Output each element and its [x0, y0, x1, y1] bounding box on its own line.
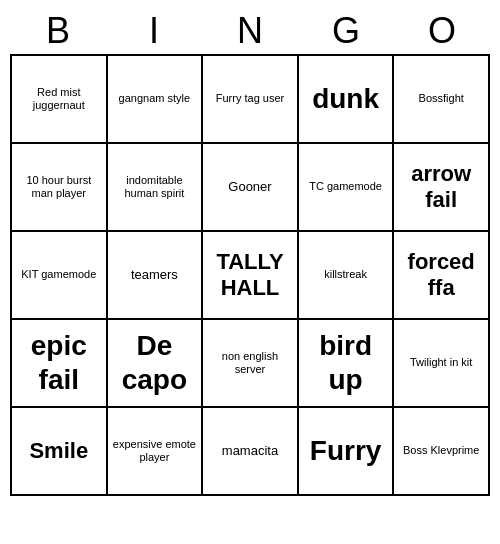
cell-text: dunk	[312, 82, 379, 116]
cell-text: KIT gamemode	[21, 268, 96, 281]
cell-text: Furry tag user	[216, 92, 284, 105]
header-letter: O	[394, 10, 490, 52]
bingo-cell: gangnam style	[108, 56, 204, 144]
header-letter: I	[106, 10, 202, 52]
cell-text: 10 hour burst man player	[16, 174, 102, 200]
bingo-cell: non english server	[203, 320, 299, 408]
cell-text: TALLY HALL	[207, 249, 293, 302]
cell-text: indomitable human spirit	[112, 174, 198, 200]
bingo-cell: bird up	[299, 320, 395, 408]
bingo-header: BINGO	[10, 10, 490, 52]
bingo-cell: KIT gamemode	[12, 232, 108, 320]
cell-text: Smile	[29, 438, 88, 464]
cell-text: mamacita	[222, 443, 278, 459]
bingo-grid: Red mist juggernautgangnam styleFurry ta…	[10, 54, 490, 496]
header-letter: B	[10, 10, 106, 52]
bingo-cell: Smile	[12, 408, 108, 496]
bingo-cell: dunk	[299, 56, 395, 144]
bingo-cell: indomitable human spirit	[108, 144, 204, 232]
bingo-cell: mamacita	[203, 408, 299, 496]
cell-text: teamers	[131, 267, 178, 283]
bingo-board: BINGO Red mist juggernautgangnam styleFu…	[10, 10, 490, 496]
cell-text: Red mist juggernaut	[16, 86, 102, 112]
bingo-cell: Bossfight	[394, 56, 490, 144]
bingo-cell: Furry	[299, 408, 395, 496]
bingo-cell: expensive emote player	[108, 408, 204, 496]
bingo-cell: arrow fail	[394, 144, 490, 232]
bingo-cell: killstreak	[299, 232, 395, 320]
cell-text: bird up	[303, 329, 389, 396]
bingo-cell: Boss Klevprime	[394, 408, 490, 496]
cell-text: epic fail	[16, 329, 102, 396]
cell-text: forced ffa	[398, 249, 484, 302]
bingo-cell: Gooner	[203, 144, 299, 232]
bingo-cell: TALLY HALL	[203, 232, 299, 320]
cell-text: Boss Klevprime	[403, 444, 479, 457]
cell-text: gangnam style	[119, 92, 191, 105]
cell-text: non english server	[207, 350, 293, 376]
bingo-cell: TC gamemode	[299, 144, 395, 232]
cell-text: TC gamemode	[309, 180, 382, 193]
bingo-cell: forced ffa	[394, 232, 490, 320]
bingo-cell: Red mist juggernaut	[12, 56, 108, 144]
cell-text: killstreak	[324, 268, 367, 281]
bingo-cell: Twilight in kit	[394, 320, 490, 408]
cell-text: Furry	[310, 434, 382, 468]
cell-text: Twilight in kit	[410, 356, 472, 369]
bingo-cell: teamers	[108, 232, 204, 320]
cell-text: Bossfight	[419, 92, 464, 105]
header-letter: N	[202, 10, 298, 52]
cell-text: expensive emote player	[112, 438, 198, 464]
header-letter: G	[298, 10, 394, 52]
bingo-cell: epic fail	[12, 320, 108, 408]
cell-text: De capo	[112, 329, 198, 396]
bingo-cell: 10 hour burst man player	[12, 144, 108, 232]
cell-text: Gooner	[228, 179, 271, 195]
cell-text: arrow fail	[398, 161, 484, 214]
bingo-cell: Furry tag user	[203, 56, 299, 144]
bingo-cell: De capo	[108, 320, 204, 408]
